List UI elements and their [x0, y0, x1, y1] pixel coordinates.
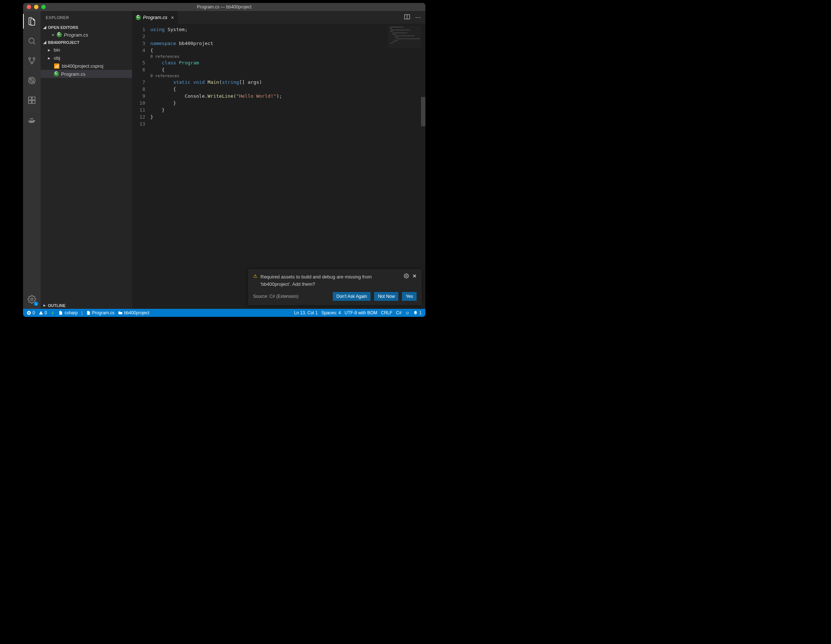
section-label-text: BB400PROJECT — [48, 40, 80, 45]
svg-point-0 — [29, 38, 34, 43]
section-outline[interactable]: ▸ OUTLINE — [41, 302, 132, 309]
status-indent[interactable]: Spaces: 4 — [322, 310, 341, 316]
scrollbar-thumb[interactable] — [421, 97, 425, 126]
search-icon[interactable] — [23, 33, 41, 48]
tabs: Program.cs × ⋯ — [132, 11, 425, 24]
svg-rect-9 — [29, 100, 32, 104]
svg-line-1 — [33, 43, 35, 44]
status-active-file[interactable]: Program.cs — [86, 310, 115, 316]
section-label-text: OUTLINE — [48, 303, 65, 308]
editor: Program.cs × ⋯ 1234 56 78910111213 — [132, 11, 425, 309]
editor-viewport[interactable]: 1234 56 78910111213 using System; namesp… — [132, 24, 425, 309]
svg-point-3 — [33, 58, 35, 60]
tab-program-cs[interactable]: Program.cs × — [132, 11, 178, 24]
section-label-text: OPEN EDITORS — [48, 25, 78, 30]
section-open-editors[interactable]: ◢ OPEN EDITORS — [41, 24, 132, 31]
notifications-icon[interactable]: 1 — [413, 310, 422, 316]
notification-source: Source: C# (Extension) — [253, 294, 329, 299]
notification-toast: ⚠ Required assets to build and debug are… — [248, 269, 422, 305]
chevron-down-icon: ◢ — [43, 25, 46, 30]
file-item-csproj[interactable]: 📶 bb400project.csproj — [41, 62, 132, 70]
status-omnisharp[interactable]: csharp — [59, 310, 78, 316]
folder-name: obj — [54, 55, 60, 61]
yes-button[interactable]: Yes — [402, 292, 417, 301]
status-cursor[interactable]: Ln 13, Col 1 — [294, 310, 318, 316]
section-project[interactable]: ◢ BB400PROJECT — [41, 39, 132, 46]
line-gutter: 1234 56 78910111213 — [132, 24, 150, 309]
dont-ask-again-button[interactable]: Don't Ask Again — [333, 292, 371, 301]
activity-bar: 1 — [23, 11, 41, 309]
status-bar: 0 0 csharp | Program.cs bb400project Ln … — [23, 309, 425, 317]
svg-point-12 — [31, 298, 33, 300]
csharp-file-icon — [57, 32, 62, 37]
status-encoding[interactable]: UTF-8 with BOM — [345, 310, 377, 316]
svg-point-4 — [31, 62, 33, 64]
file-name: bb400project.csproj — [62, 63, 103, 69]
sidebar: EXPLORER ◢ OPEN EDITORS × Program.cs ◢ B… — [41, 11, 132, 309]
svg-rect-11 — [32, 97, 35, 100]
close-icon[interactable]: ✕ — [412, 273, 417, 288]
close-tab-icon[interactable]: × — [171, 14, 174, 21]
xml-file-icon: 📶 — [54, 63, 60, 69]
feedback-icon[interactable]: ☺ — [405, 310, 410, 316]
minimize-window-icon[interactable] — [34, 5, 38, 9]
scrollbar-track[interactable] — [421, 24, 425, 309]
docker-icon[interactable] — [23, 113, 41, 128]
codelens-references[interactable]: 0 references — [150, 73, 179, 78]
folder-item-bin[interactable]: ▸ bin — [41, 46, 132, 54]
svg-rect-10 — [32, 100, 35, 104]
status-warnings[interactable]: 0 — [39, 310, 47, 316]
codelens-references[interactable]: 0 references — [150, 54, 179, 59]
close-icon[interactable]: × — [52, 32, 54, 38]
settings-badge: 1 — [33, 301, 38, 306]
extensions-icon[interactable] — [23, 93, 41, 108]
status-project[interactable]: bb400project — [118, 310, 149, 316]
chevron-right-icon: ▸ — [48, 47, 52, 53]
sidebar-title: EXPLORER — [41, 11, 132, 24]
tab-label: Program.cs — [143, 14, 167, 20]
settings-icon[interactable]: 1 — [23, 292, 41, 307]
file-item-program[interactable]: Program.cs — [41, 70, 132, 78]
csharp-file-icon — [54, 71, 59, 77]
open-editor-item[interactable]: × Program.cs — [41, 31, 132, 39]
file-name: Program.cs — [61, 71, 85, 77]
split-editor-icon[interactable] — [404, 14, 410, 21]
status-language[interactable]: C# — [396, 310, 401, 316]
close-window-icon[interactable] — [27, 5, 31, 9]
gear-icon[interactable] — [404, 273, 409, 288]
chevron-down-icon: ◢ — [43, 40, 46, 45]
status-errors[interactable]: 0 — [27, 310, 35, 316]
minimap[interactable] — [388, 26, 421, 48]
explorer-icon[interactable] — [23, 14, 41, 29]
debug-icon[interactable] — [23, 73, 41, 88]
not-now-button[interactable]: Not Now — [374, 292, 398, 301]
omnisharp-flame-icon[interactable] — [51, 311, 55, 315]
warning-icon: ⚠ — [253, 273, 258, 288]
more-actions-icon[interactable]: ⋯ — [415, 14, 421, 21]
zoom-window-icon[interactable] — [41, 5, 46, 9]
source-control-icon[interactable] — [23, 53, 41, 68]
window: Program.cs — bb400project — [23, 3, 425, 317]
status-eol[interactable]: CRLF — [381, 310, 392, 316]
notification-message: Required assets to build and debug are m… — [260, 273, 401, 288]
code-content[interactable]: using System; namespace bb400project { 0… — [150, 24, 425, 309]
window-title: Program.cs — bb400project — [23, 5, 425, 10]
svg-point-15 — [406, 275, 407, 277]
chevron-right-icon: ▸ — [48, 55, 52, 61]
file-name: Program.cs — [64, 32, 88, 38]
chevron-right-icon: ▸ — [43, 303, 46, 308]
titlebar[interactable]: Program.cs — bb400project — [23, 3, 425, 11]
csharp-file-icon — [136, 15, 141, 20]
svg-rect-8 — [29, 97, 32, 100]
folder-item-obj[interactable]: ▸ obj — [41, 54, 132, 62]
folder-name: bin — [54, 47, 60, 53]
svg-point-2 — [29, 58, 31, 60]
